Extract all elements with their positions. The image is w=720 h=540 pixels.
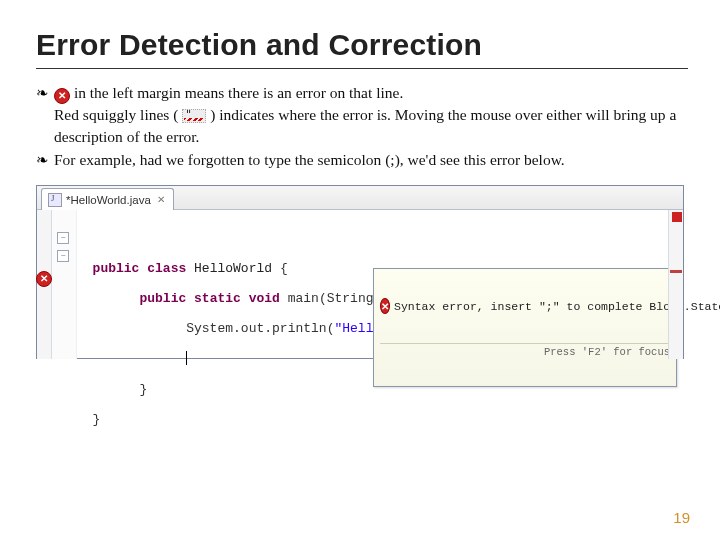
error-icon: ✕ <box>54 84 70 105</box>
bullet-glyph: ❧ <box>36 150 54 172</box>
text-caret <box>186 351 187 365</box>
bullet-list: ❧ ✕ in the left margin means there is an… <box>36 83 688 171</box>
bullet-2-text: For example, had we forgotten to type th… <box>54 150 688 171</box>
editor-tab-helloworld[interactable]: *HelloWorld.java ✕ <box>41 188 174 210</box>
tab-filename: *HelloWorld.java <box>66 194 151 206</box>
squiggle-icon: " <box>182 106 206 127</box>
error-tooltip[interactable]: ✕ Syntax error, insert ";" to complete B… <box>373 268 677 387</box>
title-underline <box>36 68 688 69</box>
error-ruler: ✕ <box>37 210 52 359</box>
editor-tabbar: *HelloWorld.java ✕ <box>37 186 683 210</box>
code-line-7: } <box>77 412 668 427</box>
code-area[interactable]: public class HelloWorld { public static … <box>77 210 668 359</box>
page-number: 19 <box>673 509 690 526</box>
bullet-1: ❧ ✕ in the left margin means there is an… <box>36 83 688 148</box>
fold-gutter: − − <box>52 210 77 359</box>
code-line-1 <box>77 231 668 246</box>
java-file-icon <box>48 193 62 207</box>
error-summary-icon[interactable] <box>672 212 682 222</box>
bullet-body: ✕ in the left margin means there is an e… <box>54 83 688 148</box>
editor-body: ✕ − − public class HelloWorld { public s… <box>37 210 683 359</box>
fold-toggle[interactable]: − <box>57 250 69 262</box>
bullet-2: ❧ For example, had we forgotten to type … <box>36 150 688 172</box>
overview-ruler <box>668 210 683 359</box>
slide: Error Detection and Correction ❧ ✕ in th… <box>0 0 720 540</box>
fold-toggle[interactable]: − <box>57 232 69 244</box>
bullet-glyph: ❧ <box>36 83 54 105</box>
error-marker[interactable] <box>670 270 682 273</box>
tooltip-message-row: ✕ Syntax error, insert ";" to complete B… <box>380 298 670 314</box>
ide-screenshot: *HelloWorld.java ✕ ✕ − − public class He… <box>36 185 684 359</box>
bullet-1a-text: in the left margin means there is an err… <box>74 84 403 101</box>
tooltip-hint: Press 'F2' for focus <box>380 343 670 358</box>
error-icon: ✕ <box>380 298 390 314</box>
close-icon[interactable]: ✕ <box>155 194 167 206</box>
bullet-1b-before: Red squiggly lines ( <box>54 106 178 123</box>
error-icon[interactable]: ✕ <box>36 268 50 282</box>
page-title: Error Detection and Correction <box>36 28 688 62</box>
